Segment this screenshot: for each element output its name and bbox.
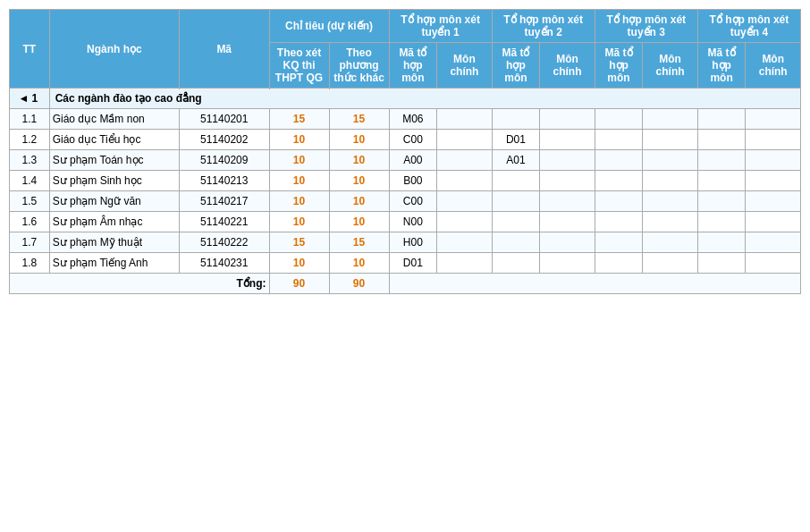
main-table: TT Ngành học Mã Chỉ tiêu (dự kiến) Tổ hợ… xyxy=(9,9,801,294)
header-ma: Mã xyxy=(179,10,269,89)
table-row: 1.8Sư phạm Tiếng Anh511402311010D01 xyxy=(10,253,801,274)
header-tohop2: Tổ hợp môn xét tuyển 2 xyxy=(492,10,595,43)
total-kq: 90 xyxy=(269,274,329,294)
header-mon4: Môn chính xyxy=(746,43,801,89)
header-mon2: Môn chính xyxy=(540,43,595,89)
header-chitieu: Chỉ tiêu (dự kiến) xyxy=(269,10,389,43)
header-mato2: Mã tổ hợp môn xyxy=(492,43,540,89)
header-nganh: Ngành học xyxy=(49,10,179,89)
section-label: Các ngành đào tạo cao đẳng xyxy=(49,89,800,109)
table-row: 1.1Giáo dục Mầm non511402011515M06 xyxy=(10,109,801,130)
table-row: 1.3Sư phạm Toán học511402091010A00A01 xyxy=(10,150,801,171)
section-tt: ◄ 1 xyxy=(10,89,50,109)
header-theo-kq: Theo xét KQ thi THPT QG xyxy=(269,43,329,89)
table-row: 1.6Sư phạm Âm nhạc511402211010N00 xyxy=(10,212,801,232)
header-tohop3: Tổ hợp môn xét tuyển 3 xyxy=(595,10,697,43)
total-phuong: 90 xyxy=(329,274,389,294)
total-row: Tổng: 90 90 xyxy=(10,274,801,294)
table-row: 1.4Sư phạm Sinh học511402131010B00 xyxy=(10,171,801,191)
header-mon1: Môn chính xyxy=(437,43,492,89)
header-tt: TT xyxy=(10,10,50,89)
header-mato4: Mã tổ hợp môn xyxy=(697,43,746,89)
header-tohop4: Tổ hợp môn xét tuyển 4 xyxy=(697,10,800,43)
section-row: ◄ 1 Các ngành đào tạo cao đẳng xyxy=(10,89,801,109)
total-empty xyxy=(389,274,800,294)
table-row: 1.2Giáo dục Tiểu học511402021010C00D01 xyxy=(10,130,801,150)
table-row: 1.7Sư phạm Mỹ thuật511402221515H00 xyxy=(10,232,801,253)
header-tohop1: Tổ hợp môn xét tuyển 1 xyxy=(389,10,492,43)
header-mon3: Môn chính xyxy=(643,43,697,89)
total-label: Tổng: xyxy=(10,274,270,294)
header-mato1: Mã tổ hợp môn xyxy=(389,43,437,89)
table-row: 1.5Sư phạm Ngữ văn511402171010C00 xyxy=(10,191,801,212)
header-theo-phuong: Theo phương thức khác xyxy=(329,43,389,89)
header-mato3: Mã tổ hợp môn xyxy=(595,43,643,89)
